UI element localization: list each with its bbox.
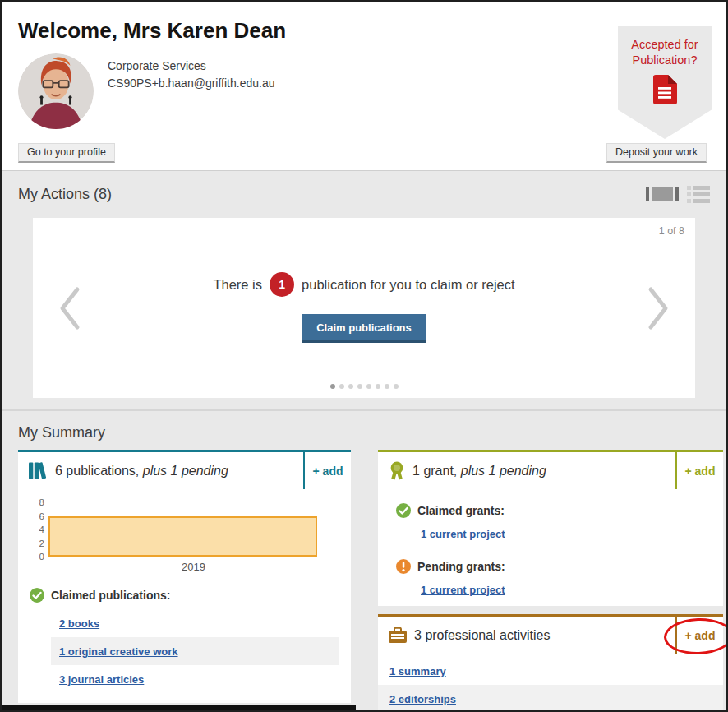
check-icon xyxy=(30,588,44,603)
email-label: CS90PS+b.haan@griffith.edu.au xyxy=(108,75,275,92)
y-tick-label: 8 xyxy=(39,497,44,507)
badge-text: Accepted for Publication? xyxy=(618,37,712,68)
badge-line1: Accepted for xyxy=(631,38,698,51)
alert-icon xyxy=(396,559,411,574)
chart-yaxis: 02468 xyxy=(30,499,48,557)
window-edge xyxy=(2,705,356,710)
claimed-grants-heading: Claimed grants: xyxy=(417,504,505,517)
list-item: 1 summary xyxy=(378,657,723,685)
carousel-dot[interactable] xyxy=(385,384,389,389)
carousel-dot[interactable] xyxy=(376,384,380,389)
summary-link[interactable]: 3 journal articles xyxy=(59,673,144,686)
carousel-view-icon[interactable] xyxy=(646,187,679,201)
claimed-grants-link[interactable]: 1 current project xyxy=(421,528,505,540)
publications-card: 6 publications, plus 1 pending + add 024… xyxy=(18,450,351,703)
page-title: Welcome, Mrs Karen Dean xyxy=(18,18,710,44)
carousel-counter: 1 of 8 xyxy=(659,225,684,237)
chart-plot xyxy=(48,499,339,557)
chart-x-label: 2019 xyxy=(36,561,351,573)
message-prefix: There is xyxy=(213,277,262,293)
page: Welcome, Mrs Karen Dean Cor xyxy=(0,0,728,712)
publications-chart: 02468 xyxy=(30,499,339,557)
actions-carousel: 1 of 8 There is 1 publication for you to… xyxy=(33,218,695,398)
message-suffix: publication for you to claim or reject xyxy=(302,277,515,293)
carousel-dots xyxy=(33,384,695,389)
professional-activities-card: 3 professional activities + add 1 summar… xyxy=(378,614,723,712)
carousel-dot[interactable] xyxy=(366,384,371,389)
carousel-prev-button[interactable] xyxy=(59,286,81,331)
carousel-dot[interactable] xyxy=(348,384,353,389)
publication-count-badge: 1 xyxy=(270,272,294,297)
check-icon xyxy=(396,503,411,518)
publications-card-title: 6 publications, plus 1 pending xyxy=(55,464,228,479)
my-summary-title: My Summary xyxy=(18,424,723,442)
carousel-dot[interactable] xyxy=(339,384,344,389)
list-item: 2 editorships xyxy=(378,685,723,712)
deposit-work-button[interactable]: Deposit your work xyxy=(606,143,707,163)
list-view-icon[interactable] xyxy=(687,186,710,203)
claimed-publications-heading: Claimed publications: xyxy=(51,589,170,602)
publications-link-list: 2 books1 original creative work3 journal… xyxy=(51,609,339,693)
carousel-next-button[interactable] xyxy=(647,286,669,331)
claim-publications-button[interactable]: Claim publications xyxy=(302,314,426,343)
header: Welcome, Mrs Karen Dean Cor xyxy=(2,2,726,170)
add-grant-button[interactable]: + add xyxy=(675,452,723,489)
grants-card: 1 grant, plus 1 pending + add xyxy=(378,450,723,606)
view-toggles xyxy=(646,186,710,203)
my-actions-title: My Actions (8) xyxy=(18,186,112,203)
go-to-profile-button[interactable]: Go to your profile xyxy=(18,143,115,163)
y-tick-label: 6 xyxy=(39,511,44,521)
briefcase-icon xyxy=(389,627,407,643)
summary-link[interactable]: 1 summary xyxy=(389,665,446,677)
chart-bar xyxy=(48,516,317,557)
department-label: Corporate Services xyxy=(108,58,275,75)
professional-link-list: 1 summary2 editorships xyxy=(378,657,723,712)
my-summary-section: My Summary 6 publications, xyxy=(2,409,726,710)
grants-card-title: 1 grant, plus 1 pending xyxy=(412,464,546,479)
list-item: 2 books xyxy=(51,609,339,637)
y-tick-label: 0 xyxy=(39,552,44,562)
professional-card-title: 3 professional activities xyxy=(414,628,550,643)
avatar-photo xyxy=(18,53,94,129)
pending-grants-heading: Pending grants: xyxy=(417,560,505,573)
badge-line2: Publication? xyxy=(633,53,698,67)
carousel-dot[interactable] xyxy=(394,384,399,389)
list-item: 3 journal articles xyxy=(51,665,339,693)
pending-grants-link[interactable]: 1 current project xyxy=(421,584,505,596)
document-icon xyxy=(652,75,677,104)
carousel-dot[interactable] xyxy=(357,384,362,389)
list-item: 1 original creative work xyxy=(51,637,339,665)
summary-link[interactable]: 2 books xyxy=(59,617,99,630)
summary-link[interactable]: 1 original creative work xyxy=(59,645,178,658)
rosette-icon xyxy=(389,461,405,480)
add-publication-button[interactable]: + add xyxy=(303,452,351,489)
action-message: There is 1 publication for you to claim … xyxy=(33,218,695,297)
avatar xyxy=(18,53,94,129)
books-icon xyxy=(29,462,48,479)
y-tick-label: 2 xyxy=(39,539,44,548)
profile-summary: Corporate Services CS90PS+b.haan@griffit… xyxy=(18,53,710,129)
y-tick-label: 4 xyxy=(39,525,44,534)
add-professional-activity-button[interactable]: + add xyxy=(675,617,723,654)
carousel-dot[interactable] xyxy=(330,384,335,389)
summary-link[interactable]: 2 editorships xyxy=(389,693,456,705)
my-actions-section: My Actions (8) 1 of 8 Ther xyxy=(2,170,726,409)
